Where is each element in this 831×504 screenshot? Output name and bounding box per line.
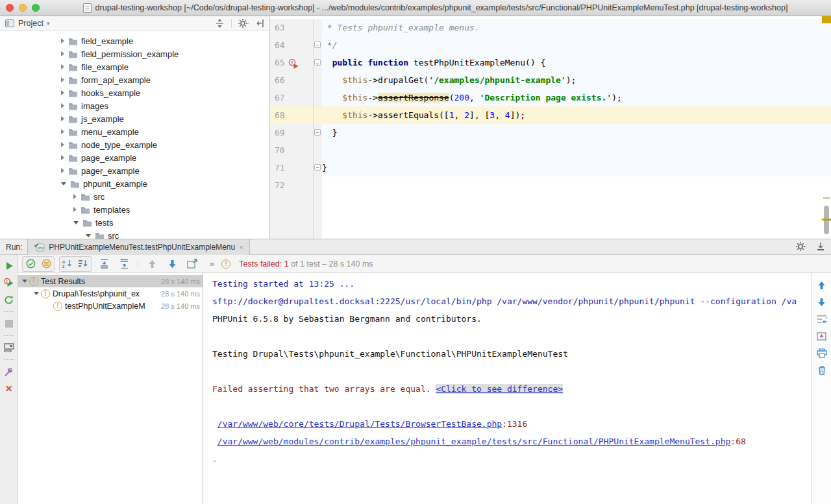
zoom-window-button[interactable] [32,4,40,12]
restore-layout-button[interactable] [4,341,14,354]
run-configuration-tab[interactable]: php PHPUnitExampleMenuTest.testPhpUnitEx… [27,239,249,255]
fold-region-icon[interactable]: − [314,42,321,48]
expand-all-button[interactable] [96,257,112,271]
stop-button[interactable] [5,317,13,330]
next-failed-test-button[interactable] [164,257,180,271]
fold-region-open-icon[interactable]: ⌄ [314,59,321,66]
inspection-status-marker[interactable] [822,16,831,23]
test-tree-row[interactable]: !Drupal\Tests\phpunit_ex28 s 140 ms [18,287,203,300]
chevron-right-icon[interactable] [73,207,77,212]
console-hyperlink[interactable]: /var/www/web/modules/contrib/examples/ph… [217,437,731,446]
code-token: ]); [510,110,525,120]
code-line[interactable]: */ [322,36,831,54]
project-panel-title[interactable]: Project [18,19,43,28]
fold-region-icon[interactable]: − [314,129,321,136]
chevron-right-icon[interactable] [61,168,64,173]
error-stripe-mark-warning[interactable] [822,219,831,221]
code-line[interactable]: $this->assertResponse(200, 'Description … [322,89,831,106]
gear-icon[interactable] [238,19,250,28]
test-console-output[interactable]: Testing started at 13:25 ...sftp://docke… [203,273,812,504]
collapse-all-button[interactable] [116,257,132,271]
sidebar-item-phpunit_example[interactable]: phpunit_example [0,177,269,190]
chevron-right-icon[interactable] [61,103,64,108]
code-line[interactable] [322,141,831,159]
rerun-test-icon[interactable] [4,293,14,306]
fold-region-icon[interactable]: − [314,164,321,171]
sidebar-item-src[interactable]: src [0,190,269,203]
code-line[interactable]: * Tests phpunit_example menus. [322,19,831,36]
code-line[interactable] [322,176,831,194]
console-hyperlink[interactable]: /var/www/web/core/tests/Drupal/Tests/Bro… [217,419,502,429]
chevron-right-icon[interactable] [61,142,64,147]
pin-tab-button[interactable] [4,365,14,378]
clear-console-button[interactable] [817,365,826,376]
chevron-down-icon[interactable] [73,221,79,224]
chevron-right-icon[interactable] [61,116,64,121]
chevron-right-icon[interactable] [61,155,64,160]
console-hyperlink[interactable]: <Click to see difference> [436,384,563,394]
sidebar-item-field_permission_example[interactable]: field_permission_example [0,47,269,60]
sidebar-item-file_example[interactable]: file_example [0,60,269,73]
code-line[interactable]: public function testPhpUnitExampleMenu()… [322,54,831,71]
sidebar-item-hooks_example[interactable]: hooks_example [0,86,269,99]
sidebar-item-tests[interactable]: tests [0,216,269,229]
sidebar-item-node_type_example[interactable]: node_type_example [0,138,269,151]
sidebar-item-form_api_example[interactable]: form_api_example [0,73,269,86]
down-stacktrace-button[interactable] [817,298,826,309]
scroll-to-end-button[interactable] [817,331,827,342]
rerun-button[interactable] [5,259,14,272]
show-passed-toggle[interactable] [23,257,38,271]
scroll-from-source-icon[interactable] [215,19,225,28]
minimize-window-button[interactable] [19,4,27,12]
chevron-down-icon[interactable] [86,234,91,237]
chevron-down-icon[interactable]: ▾ [47,20,50,27]
close-window-button[interactable] [6,4,14,12]
sidebar-item-src[interactable]: src [0,229,269,239]
chevron-down-icon[interactable] [61,182,66,186]
print-button[interactable] [817,348,827,359]
sidebar-item-field_example[interactable]: field_example [0,34,269,47]
more-actions-chevron[interactable]: » [210,259,214,269]
chevron-right-icon[interactable] [61,38,64,43]
svg-text:!: ! [291,60,293,66]
sidebar-item-pager_example[interactable]: pager_example [0,164,269,177]
code-token: '/examples/phpunit-example' [428,75,565,85]
gear-icon[interactable] [796,242,808,253]
import-test-results-button[interactable] [184,257,200,271]
sidebar-item-templates[interactable]: templates [0,203,269,216]
chevron-right-icon[interactable] [61,64,64,69]
sidebar-item-js_example[interactable]: js_example [0,112,269,125]
folder-icon [68,50,78,58]
soft-wrap-toggle[interactable] [817,315,827,326]
code-line[interactable]: } [322,159,831,176]
test-tree-row[interactable]: !Test Results28 s 140 ms [18,275,203,287]
code-line[interactable]: } [322,124,831,141]
chevron-right-icon[interactable] [61,129,64,134]
chevron-right-icon[interactable] [61,51,64,56]
sidebar-item-page_example[interactable]: page_example [0,151,269,164]
close-panel-button[interactable]: ✕ [5,382,13,395]
code-editor[interactable]: 63 * Tests phpunit_example menus.64− */6… [270,16,831,239]
show-ignored-toggle[interactable] [38,257,54,271]
chevron-down-icon[interactable] [34,292,39,295]
chevron-right-icon[interactable] [73,194,77,199]
sidebar-item-menu_example[interactable]: menu_example [0,125,269,138]
code-line[interactable]: $this->drupalGet('/examples/phpunit-exam… [322,71,831,89]
chevron-right-icon[interactable] [61,77,64,82]
close-tab-icon[interactable]: × [239,243,243,251]
minimize-panel-icon[interactable] [817,242,825,253]
hide-panel-icon[interactable] [256,19,264,28]
error-stripe-mark[interactable] [823,197,830,199]
sort-by-duration-toggle[interactable] [75,257,91,271]
svg-text:a: a [62,259,65,264]
code-line[interactable]: $this->assertEquals([1, 2], [3, 4]); [322,106,831,124]
sort-alphabetically-toggle[interactable]: a z [60,257,75,271]
chevron-down-icon[interactable] [22,280,27,283]
test-tree-row[interactable]: !testPhpUnitExampleM28 s 140 ms [18,300,203,312]
sidebar-item-images[interactable]: images [0,99,269,112]
previous-failed-test-button[interactable] [144,257,160,271]
code-token: $this [342,75,367,85]
chevron-right-icon[interactable] [61,90,64,95]
up-stacktrace-button[interactable] [817,281,826,292]
rerun-failed-tests-button[interactable]: ! [4,276,14,289]
